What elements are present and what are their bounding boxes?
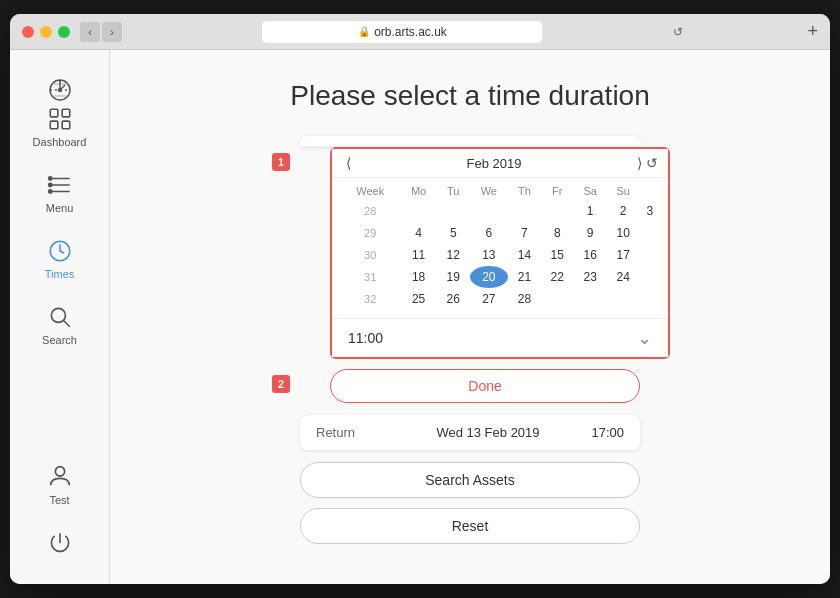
cal-day[interactable]: 21 (508, 266, 541, 288)
lock-icon: 🔒 (358, 26, 370, 37)
sidebar-label-dashboard: Dashboard (33, 136, 87, 148)
sidebar-label-menu: Menu (46, 202, 74, 214)
cal-day[interactable]: 3 (640, 200, 660, 222)
cal-day[interactable]: 10 (607, 222, 640, 244)
cal-day[interactable]: 26 (437, 288, 470, 310)
cal-refresh-button[interactable]: ↺ (646, 155, 658, 171)
cal-day[interactable]: 7 (508, 222, 541, 244)
forward-button[interactable]: › (102, 22, 122, 42)
sidebar-item-search[interactable]: Search (10, 292, 109, 358)
svg-line-18 (63, 321, 69, 327)
cal-day[interactable]: 27 (470, 288, 508, 310)
svg-point-15 (48, 190, 51, 193)
cal-day[interactable]: 4 (400, 222, 436, 244)
cal-day[interactable]: 11 (400, 244, 436, 266)
return-time: 17:00 (580, 425, 624, 440)
cal-day[interactable]: 22 (541, 266, 574, 288)
step-1-badge: 1 (272, 153, 290, 171)
week-num: 30 (340, 244, 400, 266)
cal-day[interactable]: 25 (400, 288, 436, 310)
cal-day[interactable]: 5 (437, 222, 470, 244)
cal-day (508, 200, 541, 222)
collection-card: Collection Wed 13 Feb 2019 09:00 (300, 136, 640, 147)
app-body: Dashboard Menu Times (10, 50, 830, 584)
col-header-mo: Mo (400, 182, 436, 200)
col-header-fr: Fr (541, 182, 574, 200)
cal-day[interactable]: 15 (541, 244, 574, 266)
svg-point-17 (51, 308, 65, 322)
col-header-we: We (470, 182, 508, 200)
done-button[interactable]: Done (330, 369, 640, 403)
cal-day (574, 288, 607, 310)
cal-day[interactable]: 23 (574, 266, 607, 288)
cal-prev-button[interactable]: ⟨ (342, 155, 355, 171)
svg-point-13 (48, 183, 51, 186)
cal-next-button[interactable]: ⟩ (633, 155, 646, 171)
week-num: 32 (340, 288, 400, 310)
nav-arrows: ‹ › (80, 22, 122, 42)
maximize-button[interactable] (58, 26, 70, 38)
url-text: orb.arts.ac.uk (374, 25, 447, 39)
search-assets-button[interactable]: Search Assets (300, 462, 640, 498)
cal-day[interactable]: 20 (470, 266, 508, 288)
sidebar-bottom: Test (10, 450, 109, 568)
reload-button[interactable]: ↺ (673, 25, 683, 39)
cal-day[interactable]: 18 (400, 266, 436, 288)
calendar-header: ⟨ Feb 2019 ⟩ ↺ (332, 149, 668, 178)
col-header-sa: Sa (574, 182, 607, 200)
time-chevron-icon[interactable]: ⌄ (637, 327, 652, 349)
page-title: Please select a time duration (290, 80, 650, 112)
sidebar-item-times[interactable]: Times (10, 226, 109, 292)
cal-day (541, 200, 574, 222)
add-tab-button[interactable]: + (807, 21, 818, 42)
cal-day[interactable]: 24 (607, 266, 640, 288)
back-button[interactable]: ‹ (80, 22, 100, 42)
col-header-tu: Tu (437, 182, 470, 200)
cal-day (607, 288, 640, 310)
cal-day[interactable]: 13 (470, 244, 508, 266)
return-date: Wed 13 Feb 2019 (396, 425, 580, 440)
app-window: ‹ › 🔒 orb.arts.ac.uk ↺ + (10, 14, 830, 584)
cal-day[interactable]: 1 (574, 200, 607, 222)
svg-rect-9 (62, 121, 70, 129)
week-num: 31 (340, 266, 400, 288)
week-num: 28 (340, 200, 400, 222)
cal-day[interactable]: 6 (470, 222, 508, 244)
cal-day (437, 200, 470, 222)
return-row: Return Wed 13 Feb 2019 17:00 (300, 415, 640, 450)
cal-day[interactable]: 14 (508, 244, 541, 266)
address-bar: 🔒 orb.arts.ac.uk (262, 21, 542, 43)
svg-rect-6 (50, 109, 58, 117)
cal-day[interactable]: 12 (437, 244, 470, 266)
minimize-button[interactable] (40, 26, 52, 38)
cal-day[interactable]: 2 (607, 200, 640, 222)
cal-day[interactable]: 9 (574, 222, 607, 244)
reset-button[interactable]: Reset (300, 508, 640, 544)
cal-day (400, 200, 436, 222)
calendar-section: ⟨ Feb 2019 ⟩ ↺ Week Mo Tu (330, 147, 670, 359)
cal-day[interactable]: 8 (541, 222, 574, 244)
collection-row: Collection Wed 13 Feb 2019 09:00 (300, 136, 640, 147)
sidebar-item-menu[interactable]: Menu (10, 160, 109, 226)
svg-point-11 (48, 177, 51, 180)
svg-rect-8 (50, 121, 58, 129)
calendar-grid: Week Mo Tu We Th Fr Sa Su 28 (332, 178, 668, 318)
cal-day[interactable]: 28 (508, 288, 541, 310)
svg-point-19 (55, 467, 64, 476)
sidebar-item-power[interactable] (10, 518, 109, 568)
calendar-time-row[interactable]: 11:00 ⌄ (332, 318, 668, 357)
traffic-lights (22, 26, 70, 38)
cal-day[interactable]: 16 (574, 244, 607, 266)
cal-day[interactable]: 19 (437, 266, 470, 288)
cal-day[interactable]: 17 (607, 244, 640, 266)
close-button[interactable] (22, 26, 34, 38)
sidebar: Dashboard Menu Times (10, 50, 110, 584)
sidebar-label-user: Test (49, 494, 69, 506)
col-header-week: Week (340, 182, 400, 200)
svg-rect-7 (62, 109, 70, 117)
sidebar-label-times: Times (45, 268, 75, 280)
cal-day (470, 200, 508, 222)
sidebar-item-user[interactable]: Test (10, 450, 109, 518)
week-num: 29 (340, 222, 400, 244)
sidebar-item-dashboard[interactable]: Dashboard (10, 66, 109, 160)
